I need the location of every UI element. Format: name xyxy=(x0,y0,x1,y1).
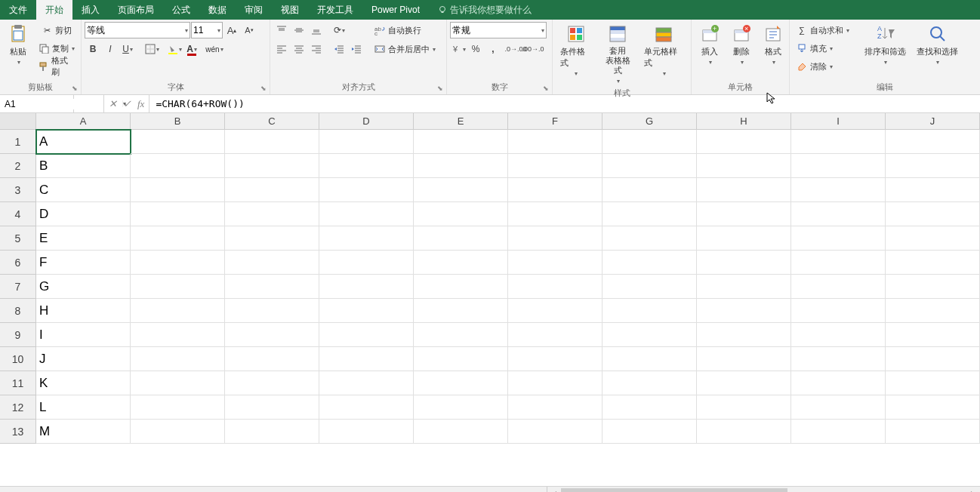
column-header-D[interactable]: D xyxy=(319,113,414,129)
scroll-thumb[interactable] xyxy=(561,488,787,492)
cell-G3[interactable] xyxy=(602,178,697,202)
cell-D8[interactable] xyxy=(319,299,414,323)
cell-F1[interactable] xyxy=(508,130,602,154)
cell-J9[interactable] xyxy=(886,323,980,347)
cell-J3[interactable] xyxy=(886,178,980,202)
column-header-J[interactable]: J xyxy=(886,113,980,129)
cell-B5[interactable] xyxy=(131,226,225,251)
tell-me-search[interactable]: 告诉我你想要做什么 xyxy=(438,0,532,20)
align-left-button[interactable] xyxy=(273,41,290,57)
cell-F7[interactable] xyxy=(508,275,602,299)
font-launcher[interactable]: ⬊ xyxy=(259,84,268,93)
format-as-table-button[interactable]: 套用 表格格式▾ xyxy=(598,22,639,86)
cell-D12[interactable] xyxy=(319,395,414,420)
cell-E7[interactable] xyxy=(414,275,508,299)
insert-function-button[interactable]: fx xyxy=(137,98,144,110)
cell-F3[interactable] xyxy=(508,178,602,202)
align-center-button[interactable] xyxy=(291,41,307,57)
font-size-select[interactable]: 11▾ xyxy=(191,22,223,38)
cell-G1[interactable] xyxy=(602,130,697,154)
cell-F11[interactable] xyxy=(508,371,602,395)
cell-J1[interactable] xyxy=(886,130,980,154)
cell-E4[interactable] xyxy=(414,202,508,226)
cell-C6[interactable] xyxy=(225,251,319,275)
horizontal-scrollbar[interactable]: ◄ ► xyxy=(547,487,980,492)
row-header-10[interactable]: 10 xyxy=(0,347,36,371)
row-header-7[interactable]: 7 xyxy=(0,275,36,299)
cell-I6[interactable] xyxy=(791,251,886,275)
cell-C2[interactable] xyxy=(225,154,319,178)
cell-B7[interactable] xyxy=(131,275,225,299)
column-header-A[interactable]: A xyxy=(36,113,131,129)
cell-D1[interactable] xyxy=(319,130,414,154)
cell-D13[interactable] xyxy=(319,420,414,444)
cell-I12[interactable] xyxy=(791,395,886,420)
cell-E5[interactable] xyxy=(414,226,508,251)
tab-插入[interactable]: 插入 xyxy=(72,0,109,20)
cell-H8[interactable] xyxy=(697,299,791,323)
alignment-launcher[interactable]: ⬊ xyxy=(436,84,445,93)
tab-页面布局[interactable]: 页面布局 xyxy=(109,0,163,20)
conditional-format-button[interactable]: 条件格式▾ xyxy=(556,22,596,78)
row-header-2[interactable]: 2 xyxy=(0,154,36,178)
comma-button[interactable]: , xyxy=(485,41,501,57)
column-header-H[interactable]: H xyxy=(697,113,791,129)
cancel-formula-button[interactable]: ✕ xyxy=(109,98,117,109)
merge-center-button[interactable]: 合并后居中 ▾ xyxy=(371,41,439,57)
phonetic-button[interactable]: wén▾ xyxy=(206,41,223,57)
align-right-button[interactable] xyxy=(308,41,325,57)
cell-B3[interactable] xyxy=(131,178,225,202)
cell-C9[interactable] xyxy=(225,323,319,347)
tab-数据[interactable]: 数据 xyxy=(199,0,236,20)
cell-J12[interactable] xyxy=(886,395,980,420)
column-header-E[interactable]: E xyxy=(414,113,508,129)
cell-G9[interactable] xyxy=(602,323,697,347)
cell-F4[interactable] xyxy=(508,202,602,226)
cell-H2[interactable] xyxy=(697,154,791,178)
underline-button[interactable]: U▾ xyxy=(119,41,136,57)
font-name-select[interactable]: 等线▾ xyxy=(85,22,190,38)
cell-C8[interactable] xyxy=(225,299,319,323)
tab-开始[interactable]: 开始 xyxy=(36,0,72,20)
cell-D10[interactable] xyxy=(319,347,414,371)
find-select-button[interactable]: 查找和选择▾ xyxy=(912,22,963,67)
enter-formula-button[interactable]: ✓ xyxy=(123,98,131,109)
cell-A10[interactable]: J xyxy=(36,347,131,371)
cell-J4[interactable] xyxy=(886,202,980,226)
increase-indent-button[interactable] xyxy=(348,41,365,57)
scroll-track[interactable] xyxy=(561,488,966,492)
cell-J13[interactable] xyxy=(886,420,980,444)
cut-button[interactable]: ✂ 剪切 xyxy=(38,22,75,38)
cell-D4[interactable] xyxy=(319,202,414,226)
autosum-button[interactable]: ∑ 自动求和 ▾ xyxy=(793,22,852,38)
cell-E8[interactable] xyxy=(414,299,508,323)
row-header-6[interactable]: 6 xyxy=(0,251,36,275)
cell-G2[interactable] xyxy=(602,154,697,178)
cell-E13[interactable] xyxy=(414,420,508,444)
cell-J6[interactable] xyxy=(886,251,980,275)
cell-I10[interactable] xyxy=(791,347,886,371)
cell-C7[interactable] xyxy=(225,275,319,299)
cell-B10[interactable] xyxy=(131,347,225,371)
fill-color-button[interactable]: ▾ xyxy=(166,41,183,57)
tab-审阅[interactable]: 审阅 xyxy=(236,0,272,20)
font-color-button[interactable]: A▾ xyxy=(183,41,200,57)
cell-C5[interactable] xyxy=(225,226,319,251)
cell-J2[interactable] xyxy=(886,154,980,178)
cell-H5[interactable] xyxy=(697,226,791,251)
cell-B1[interactable] xyxy=(131,130,225,154)
row-header-9[interactable]: 9 xyxy=(0,323,36,347)
cell-F13[interactable] xyxy=(508,420,602,444)
cell-I2[interactable] xyxy=(791,154,886,178)
row-header-4[interactable]: 4 xyxy=(0,202,36,226)
cell-A7[interactable]: G xyxy=(36,275,131,299)
cell-I11[interactable] xyxy=(791,371,886,395)
cell-G6[interactable] xyxy=(602,251,697,275)
format-painter-button[interactable]: 格式刷 xyxy=(35,58,78,75)
copy-button[interactable]: 复制 ▾ xyxy=(35,40,78,57)
cell-D11[interactable] xyxy=(319,371,414,395)
cell-G10[interactable] xyxy=(602,347,697,371)
cell-D2[interactable] xyxy=(319,154,414,178)
cell-J11[interactable] xyxy=(886,371,980,395)
decrease-indent-button[interactable] xyxy=(331,41,347,57)
